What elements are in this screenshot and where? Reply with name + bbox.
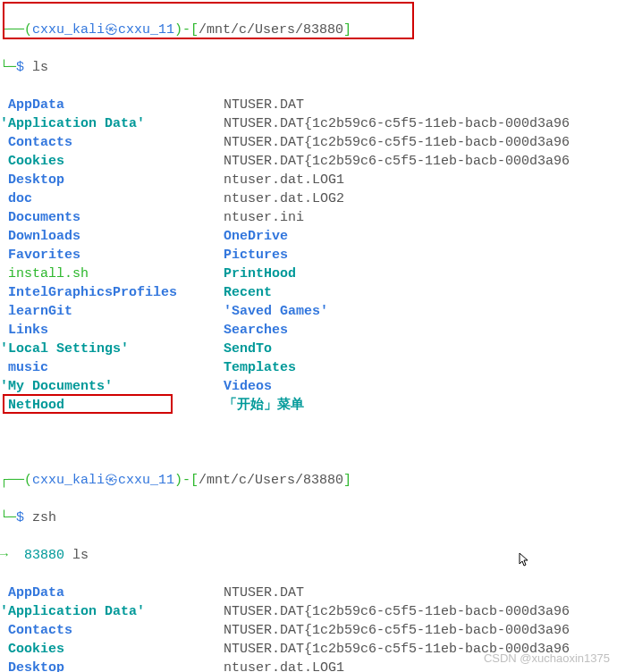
file-entry: ntuser.ini bbox=[224, 208, 617, 227]
close-bracket: ] bbox=[343, 22, 351, 38]
file-entry: Links bbox=[0, 321, 224, 340]
terminal-output[interactable]: ┌──(cxxu_kali㉿cxxu_11)-[/mnt/c/Users/838… bbox=[0, 2, 617, 672]
file-entry: music bbox=[0, 358, 224, 377]
file-entry: Recent bbox=[224, 283, 617, 302]
file-entry: 'Application Data' bbox=[0, 602, 224, 621]
file-entry: PrintHood bbox=[224, 265, 617, 283]
file-entry: OneDrive bbox=[224, 227, 617, 246]
listing-row: 'Application Data'NTUSER.DAT{1c2b59c6-c5… bbox=[0, 114, 617, 133]
listing-row: AppDataNTUSER.DAT bbox=[0, 584, 617, 602]
prompt-line-2b: └─$ zsh bbox=[0, 508, 617, 527]
listing-row: NetHood「开始」菜单 bbox=[0, 396, 617, 415]
prompt-user: cxxu_kali bbox=[32, 22, 105, 38]
dollar-icon: $ bbox=[16, 510, 24, 525]
prompt-path: /mnt/c/Users/83880 bbox=[199, 22, 343, 38]
file-entry: Cookies bbox=[0, 640, 224, 659]
file-entry: SendTo bbox=[224, 340, 617, 358]
dollar-icon: $ bbox=[16, 60, 24, 75]
file-entry: 'Application Data' bbox=[0, 114, 224, 133]
file-entry: NTUSER.DAT bbox=[224, 584, 617, 602]
listing-row: ContactsNTUSER.DAT{1c2b59c6-c5f5-11eb-ba… bbox=[0, 133, 617, 152]
listing-row: IntelGraphicsProfilesRecent bbox=[0, 283, 617, 302]
prompt-line-2: ┌──(cxxu_kali㉿cxxu_11)-[/mnt/c/Users/838… bbox=[0, 471, 617, 490]
file-entry: Desktop bbox=[0, 171, 224, 189]
file-entry: NTUSER.DAT bbox=[224, 96, 617, 114]
box-corner-icon: ┌──( bbox=[0, 473, 32, 488]
close-bracket: ] bbox=[343, 473, 351, 488]
at-icon: ㉿ bbox=[105, 473, 118, 488]
file-entry: doc bbox=[0, 189, 224, 208]
close-paren: )-[ bbox=[174, 473, 199, 488]
prompt-user: cxxu_kali bbox=[32, 473, 105, 488]
arrow-icon: → bbox=[0, 548, 8, 563]
file-entry: Pictures bbox=[224, 246, 617, 265]
file-entry: Searches bbox=[224, 321, 617, 340]
prompt-host: cxxu_11 bbox=[118, 473, 174, 488]
file-entry: NTUSER.DAT{1c2b59c6-c5f5-11eb-bacb-000d3… bbox=[224, 152, 617, 171]
file-entry: Downloads bbox=[0, 227, 224, 246]
listing-row: Desktopntuser.dat.LOG1 bbox=[0, 171, 617, 189]
zsh-prompt: → 83880 ls bbox=[0, 546, 617, 565]
box-corner-bl-icon: └─ bbox=[0, 510, 16, 525]
ls-output-1: AppDataNTUSER.DAT'Application Data'NTUSE… bbox=[0, 96, 617, 415]
listing-row: 'Local Settings'SendTo bbox=[0, 340, 617, 358]
prompt-host: cxxu_11 bbox=[118, 22, 174, 38]
command-text: ls bbox=[32, 60, 48, 75]
listing-row: docntuser.dat.LOG2 bbox=[0, 189, 617, 208]
file-entry: ntuser.dat.LOG2 bbox=[224, 189, 617, 208]
file-entry: IntelGraphicsProfiles bbox=[0, 283, 224, 302]
listing-row: 'Application Data'NTUSER.DAT{1c2b59c6-c5… bbox=[0, 602, 617, 621]
listing-row: install.shPrintHood bbox=[0, 265, 617, 283]
listing-row: FavoritesPictures bbox=[0, 246, 617, 265]
listing-row: CookiesNTUSER.DAT{1c2b59c6-c5f5-11eb-bac… bbox=[0, 152, 617, 171]
file-entry: Templates bbox=[224, 358, 617, 377]
close-paren: )-[ bbox=[174, 22, 199, 38]
file-entry: Contacts bbox=[0, 621, 224, 640]
file-entry: 'Local Settings' bbox=[0, 340, 224, 358]
prompt-line-1b: └─$ ls bbox=[0, 58, 617, 77]
file-entry: install.sh bbox=[0, 265, 224, 283]
listing-row: Documentsntuser.ini bbox=[0, 208, 617, 227]
listing-row: AppDataNTUSER.DAT bbox=[0, 96, 617, 114]
file-entry: NTUSER.DAT{1c2b59c6-c5f5-11eb-bacb-000d3… bbox=[224, 114, 617, 133]
file-entry: ntuser.dat.LOG1 bbox=[224, 171, 617, 189]
file-entry: 「开始」菜单 bbox=[224, 396, 617, 415]
file-entry: Contacts bbox=[0, 133, 224, 152]
listing-row: 'My Documents'Videos bbox=[0, 377, 617, 396]
prompt-path: /mnt/c/Users/83880 bbox=[199, 473, 343, 488]
box-corner-bl-icon: └─ bbox=[0, 60, 16, 75]
prompt-line-1: ┌──(cxxu_kali㉿cxxu_11)-[/mnt/c/Users/838… bbox=[0, 21, 617, 39]
at-icon: ㉿ bbox=[105, 22, 118, 38]
file-entry: NTUSER.DAT{1c2b59c6-c5f5-11eb-bacb-000d3… bbox=[224, 133, 617, 152]
file-entry: Favorites bbox=[0, 246, 224, 265]
box-corner-icon: ┌──( bbox=[0, 22, 32, 38]
file-entry: 'My Documents' bbox=[0, 377, 224, 396]
watermark: CSDN @xuchaoxin1375 bbox=[484, 651, 610, 667]
file-entry: Videos bbox=[224, 377, 617, 396]
command-text: ls bbox=[72, 548, 89, 563]
listing-row: learnGit'Saved Games' bbox=[0, 302, 617, 321]
listing-row: musicTemplates bbox=[0, 358, 617, 377]
file-entry: NTUSER.DAT{1c2b59c6-c5f5-11eb-bacb-000d3… bbox=[224, 602, 617, 621]
blank-line bbox=[0, 433, 617, 452]
file-entry: Cookies bbox=[0, 152, 224, 171]
file-entry: learnGit bbox=[0, 302, 224, 321]
listing-row: DownloadsOneDrive bbox=[0, 227, 617, 246]
file-entry: Documents bbox=[0, 208, 224, 227]
listing-row: LinksSearches bbox=[0, 321, 617, 340]
file-entry: NetHood bbox=[0, 396, 224, 415]
command-text: zsh bbox=[32, 510, 56, 525]
file-entry: Desktop bbox=[0, 659, 224, 672]
listing-row: ContactsNTUSER.DAT{1c2b59c6-c5f5-11eb-ba… bbox=[0, 621, 617, 640]
file-entry: AppData bbox=[0, 96, 224, 114]
file-entry: NTUSER.DAT{1c2b59c6-c5f5-11eb-bacb-000d3… bbox=[224, 621, 617, 640]
file-entry: 'Saved Games' bbox=[224, 302, 617, 321]
zsh-dir: 83880 bbox=[24, 548, 64, 563]
file-entry: AppData bbox=[0, 584, 224, 602]
